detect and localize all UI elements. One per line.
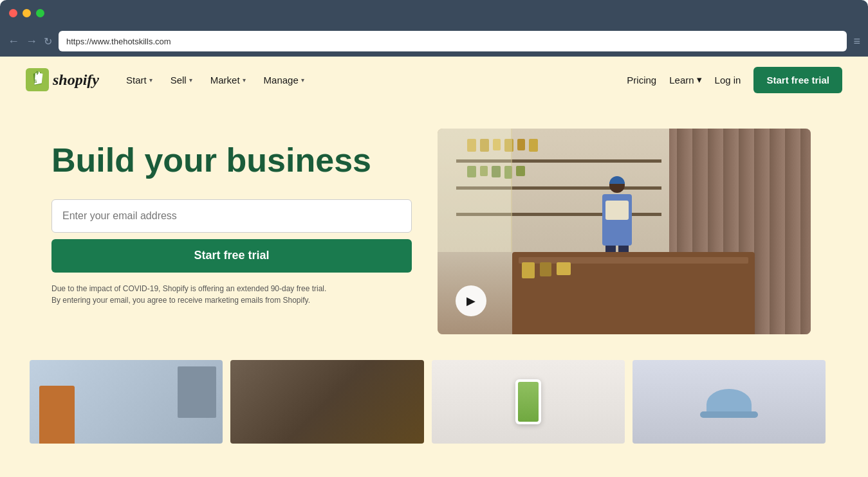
email-input[interactable] [51,199,412,233]
close-window-button[interactable] [9,9,17,17]
phone-screen [518,382,539,422]
shopify-logo-icon: S [26,68,49,91]
chevron-down-icon: ▾ [697,74,702,86]
thumbnail-3[interactable] [432,360,625,444]
hero-disclaimer: Due to the impact of COVID-19, Shopify i… [51,283,335,306]
hat-crown [706,389,752,415]
craft-scene [230,360,423,444]
nav-sell[interactable]: Sell ▾ [163,69,200,91]
page-content: S shopify Start ▾ Sell ▾ Market ▾ Manage… [0,57,868,477]
play-button[interactable]: ▶ [456,285,486,316]
navbar: S shopify Start ▾ Sell ▾ Market ▾ Manage… [0,57,868,103]
person-thumbnail [39,386,75,444]
hero-start-trial-button[interactable]: Start free trial [51,239,412,273]
phone-shape [515,379,541,424]
nav-start[interactable]: Start ▾ [118,69,160,91]
refresh-button[interactable]: ↻ [44,35,52,48]
browser-titlebar [0,0,868,26]
hero-title: Build your business [51,141,412,180]
nav-right: Pricing Learn ▾ Log in Start free trial [627,67,842,93]
hero-section: Build your business Start free trial Due… [0,103,868,347]
svg-text:S: S [34,78,37,84]
nav-pricing-link[interactable]: Pricing [627,75,656,86]
thumbnails-row [0,347,868,444]
store-table [512,252,755,334]
hero-left: Build your business Start free trial Due… [51,129,412,306]
chevron-down-icon: ▾ [301,76,304,84]
nav-manage[interactable]: Manage ▾ [256,69,312,91]
address-bar[interactable]: https://www.thehotskills.com [59,31,847,51]
nav-links: Start ▾ Sell ▾ Market ▾ Manage ▾ [118,69,627,91]
hat-container [706,389,752,415]
nav-start-trial-button[interactable]: Start free trial [753,67,842,93]
logo-area[interactable]: S shopify [26,68,99,91]
browser-window: ← → ↻ https://www.thehotskills.com ≡ [0,0,868,57]
maximize-window-button[interactable] [36,9,44,17]
table-items [522,262,571,278]
store-image [438,129,811,334]
browser-toolbar: ← → ↻ https://www.thehotskills.com ≡ [0,26,868,57]
hat-scene [633,360,826,444]
thumbnail-2[interactable] [230,360,423,444]
nav-login-link[interactable]: Log in [715,75,741,86]
chevron-down-icon: ▾ [243,76,246,84]
hat-brim [700,411,758,418]
back-button[interactable]: ← [8,35,19,47]
play-icon: ▶ [466,294,476,308]
shelf-thumbnail [178,366,216,418]
chevron-down-icon: ▾ [149,76,152,84]
chevron-down-icon: ▾ [189,76,192,84]
window-light [438,129,512,252]
browser-menu-button[interactable]: ≡ [853,35,860,48]
shopify-wordmark: shopify [53,71,99,89]
hero-right: ▶ [438,129,829,334]
hero-video-container: ▶ [438,129,811,334]
thumbnail-1[interactable] [30,360,223,444]
nav-market[interactable]: Market ▾ [203,69,254,91]
phone-mockup [432,360,625,444]
nav-learn-link[interactable]: Learn ▾ [669,74,701,86]
minimize-window-button[interactable] [23,9,31,17]
thumbnail-4[interactable] [633,360,826,444]
url-text: https://www.thehotskills.com [66,37,171,46]
forward-button[interactable]: → [26,35,37,47]
